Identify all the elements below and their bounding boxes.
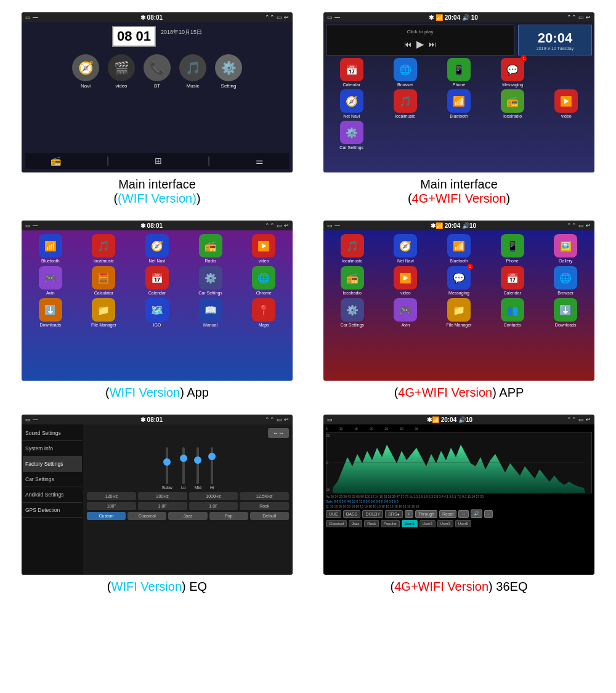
eq-val-2[interactable]: 1.0F <box>138 502 187 510</box>
caption-4g-app: (4G+WIFI Version) APP <box>394 386 524 400</box>
eq-swap-button[interactable]: ↔↔ <box>268 428 289 438</box>
eq-freq-3[interactable]: 1000Hz <box>189 492 238 500</box>
btn-popular[interactable]: Popular <box>381 520 400 527</box>
navi-icon-item[interactable]: 🧭 Navi <box>72 54 99 89</box>
phone-app[interactable]: 📱 Phone <box>433 58 484 87</box>
calendar-app[interactable]: 📅 Calendar <box>326 58 377 87</box>
menu-android-settings[interactable]: Android Settings <box>23 487 82 503</box>
prev-icon[interactable]: ⏮ <box>404 40 411 49</box>
app-bluetooth[interactable]: 📶 Bluetooth <box>25 234 76 263</box>
app-video-label: video <box>259 259 269 263</box>
4g-app-phone[interactable]: 📱 Phone <box>487 234 538 263</box>
app-calendar[interactable]: 📅 Calendar <box>132 266 182 295</box>
app-carsettings[interactable]: ⚙️ Car Settings <box>185 266 236 295</box>
btn-user3[interactable]: User3 <box>437 520 453 527</box>
4g-app-carsettings[interactable]: ⚙️ Car Settings <box>327 298 378 327</box>
preset-jazz[interactable]: Jazz <box>168 512 207 520</box>
bt-icon-item[interactable]: 📞 BT <box>144 54 171 89</box>
btn-rock[interactable]: Rock <box>364 520 379 527</box>
4g-app-calendar[interactable]: 📅 Calendar <box>487 266 538 295</box>
btn-speaker[interactable]: 🔊 <box>471 509 482 518</box>
video-icon-item[interactable]: 🎬 video <box>108 54 135 89</box>
4g-app-browser[interactable]: 🌐 Browser <box>540 266 591 295</box>
btn-jazz[interactable]: Jazz <box>349 520 362 527</box>
eq-val-4[interactable]: Rock <box>240 502 289 510</box>
wifi-app-grid: 📶 Bluetooth 🎵 localmusic 🧭 Net Navi 📻 Ra… <box>25 234 289 327</box>
video-app[interactable]: ▶️ video <box>541 89 592 118</box>
btn-plus[interactable]: + <box>405 510 413 518</box>
4g-app-netnavi[interactable]: 🧭 Net Navi <box>381 234 431 263</box>
app-igo[interactable]: 🗺️ IGO <box>132 298 182 327</box>
preset-classical[interactable]: Classical <box>128 512 166 520</box>
btn-uue[interactable]: UUE <box>326 510 341 518</box>
next-icon[interactable]: ⏭ <box>429 40 436 49</box>
4g-app-downloads[interactable]: ⬇️ Downloads <box>540 298 591 327</box>
eq-mid-slider[interactable]: Mid <box>195 447 201 490</box>
app-manual[interactable]: 📖 Manual <box>185 298 236 327</box>
eq-icon[interactable]: ⚌ <box>256 156 264 166</box>
btn-bass[interactable]: BASS <box>343 510 361 518</box>
4g-app-video[interactable]: ▶️ video <box>381 266 431 295</box>
btn-minus[interactable]: − <box>484 510 493 518</box>
menu-car-settings[interactable]: Car Settings <box>23 472 82 487</box>
music-icon-item[interactable]: 🎵 Music <box>179 54 206 89</box>
app-calculator[interactable]: 🧮 Calculator <box>79 266 129 295</box>
browser-app[interactable]: 🌐 Browser <box>379 58 431 87</box>
messaging-app[interactable]: 💬 1 Messaging <box>487 58 538 87</box>
btn-user1[interactable]: User1 <box>402 520 418 527</box>
netnavi-app[interactable]: 🧭 Net Navi <box>326 89 377 118</box>
menu-sound-settings[interactable]: Sound Settings <box>23 426 82 441</box>
preset-default[interactable]: Default <box>250 512 289 520</box>
localmusic-app[interactable]: 🎵 localmusic <box>379 89 431 118</box>
carsettings-app[interactable]: ⚙️ Car Settings <box>326 121 377 150</box>
play-icon[interactable]: ▶ <box>416 38 424 50</box>
btn-dolby[interactable]: DOLBY <box>362 510 383 518</box>
preset-pop[interactable]: Pop <box>209 512 248 520</box>
4g-app-filemanager[interactable]: 📁 File Manager <box>434 298 484 327</box>
media-player[interactable]: Click to play ⏮ ▶ ⏭ <box>326 25 514 55</box>
btn-user5[interactable]: User5 <box>455 520 471 527</box>
4g-app-contacts[interactable]: 👥 Contacts <box>487 298 538 327</box>
app-maps[interactable]: 📍 Maps <box>238 298 289 327</box>
btn-arrows[interactable]: ↔ <box>458 510 469 518</box>
preset-custom[interactable]: Custom <box>87 512 126 520</box>
app-radio[interactable]: 📻 Radio <box>185 234 236 263</box>
4g-app-localradio[interactable]: 📻 localradio <box>327 266 378 295</box>
menu-gps-detection[interactable]: GPS Detection <box>23 503 82 518</box>
menu-factory-settings[interactable]: Factory Settings <box>23 456 82 472</box>
app-video[interactable]: ▶️ video <box>238 234 289 263</box>
btn-classical[interactable]: Classical <box>326 520 347 527</box>
app-downloads[interactable]: ⬇️ Downloads <box>25 298 76 327</box>
localradio-app[interactable]: 📻 localradio <box>487 89 538 118</box>
app-netnavi[interactable]: 🧭 Net Navi <box>132 234 182 263</box>
app-avin[interactable]: 🎮 Avin <box>25 266 76 295</box>
eq-lo-slider[interactable]: Lo <box>181 447 186 490</box>
eq-hi-slider[interactable]: Hi <box>210 447 214 490</box>
app-igo-icon: 🗺️ <box>145 298 169 322</box>
eq-freq-1[interactable]: 120Hz <box>87 492 136 500</box>
4g-app-bluetooth[interactable]: 📶 Bluetooth <box>434 234 484 263</box>
eq-val-3[interactable]: 1.0F <box>189 502 238 510</box>
menu-system-info[interactable]: System Info <box>23 441 82 456</box>
radio-icon[interactable]: 📻 <box>51 156 61 166</box>
caption-4g-36eq: (4G+WIFI Version) 36EQ <box>391 580 528 594</box>
screen-4g-36eq: ▭ ✱📶 20:04 🔊10 ⌃⌃▭↩ 5 10 15 20 25 30 36 <box>323 415 594 575</box>
4g-app-messaging[interactable]: 💬 1 Messaging <box>434 266 484 295</box>
setting-icon-item[interactable]: ⚙️ Setting <box>215 54 242 89</box>
4g-app-localmusic[interactable]: 🎵 localmusic <box>327 234 378 263</box>
app-chrome[interactable]: 🌐 Chrome <box>238 266 289 295</box>
eq-freq-2[interactable]: 200Hz <box>138 492 187 500</box>
grid-icon[interactable]: ⊞ <box>155 156 162 166</box>
eq-subw-slider[interactable]: Subw <box>161 447 172 490</box>
app-localmusic[interactable]: 🎵 localmusic <box>79 234 129 263</box>
4g-app-gallery[interactable]: 🖼️ Gallery <box>540 234 591 263</box>
4g-app-avin[interactable]: 🎮 Avin <box>381 298 431 327</box>
bluetooth-app[interactable]: 📶 Bluetooth <box>433 89 484 118</box>
btn-through[interactable]: Through <box>415 510 437 518</box>
app-filemanager[interactable]: 📁 File Manager <box>79 298 129 327</box>
btn-user2[interactable]: User2 <box>419 520 436 527</box>
btn-reset[interactable]: Reset <box>439 510 456 518</box>
eq-val-1[interactable]: 180° <box>87 502 136 510</box>
btn-srs[interactable]: SRS● <box>385 510 403 518</box>
eq-freq-4[interactable]: 12.5KHz <box>240 492 289 500</box>
